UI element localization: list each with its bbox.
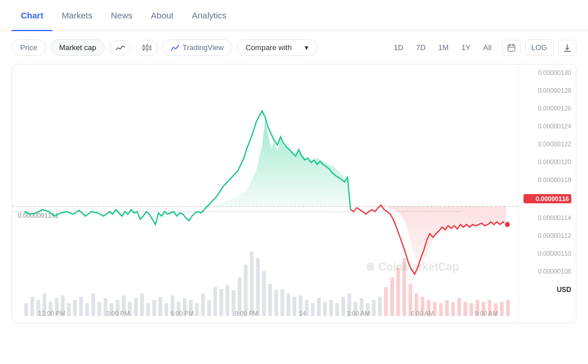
y-label-9: 0.00000112 [523,232,571,239]
chart-main: 0.0000001191 [12,65,518,323]
nav-tabs: Chart Markets News About Analytics [0,0,588,31]
x-label-600: 6:00 PM [170,310,194,317]
svg-rect-77 [396,268,400,316]
time-all[interactable]: All [477,40,497,55]
tab-markets[interactable]: Markets [52,0,101,31]
candle-chart-button[interactable] [136,40,158,56]
market-cap-button[interactable]: Market cap [51,39,105,56]
calendar-icon [507,44,515,52]
svg-rect-52 [244,264,247,316]
tab-news[interactable]: News [102,0,142,31]
svg-point-96 [504,221,511,227]
svg-rect-3 [146,46,148,50]
y-label-6: 0.00000118 [523,176,571,183]
x-label-300: 3:00 PM [106,310,130,317]
y-label-7: 0.00000116 [523,194,571,203]
compare-button[interactable]: Compare with ▾ [237,39,317,56]
compare-label: Compare with [245,43,291,52]
time-1d[interactable]: 1D [388,40,409,55]
chart-svg: ⊛ CoinMarketCap [12,65,518,323]
time-1y[interactable]: 1Y [456,40,476,55]
toolbar: Price Market cap Trading [0,31,588,64]
tab-chart[interactable]: Chart [12,0,52,31]
line-chart-button[interactable] [109,40,131,55]
x-label-1200: 12:00 PM [38,310,65,317]
download-button[interactable] [558,40,576,56]
y-label-4: 0.00000122 [523,141,571,147]
calendar-button[interactable] [502,40,521,56]
x-label-14: 14 [299,310,306,317]
svg-rect-6 [150,47,151,50]
chevron-down-icon: ▾ [305,43,309,52]
svg-rect-0 [143,46,145,50]
time-7d[interactable]: 7D [410,40,431,55]
x-label-900am: 9:00 AM [475,310,498,317]
y-label-11: 0.00000108 [523,268,571,275]
y-axis: 0.00000130 0.00000128 0.00000126 0.00000… [518,65,576,323]
y-label-8: 0.00000114 [523,214,571,221]
x-label-900: 9:00 PM [234,310,258,317]
candle-icon [142,44,151,52]
tradingview-label: TradingView [183,43,224,52]
y-label-0: 0.00000130 [523,69,571,76]
svg-rect-53 [250,252,253,316]
time-period-group: 1D 7D 1M 1Y All [388,40,498,55]
svg-text:⊛ CoinMarketCap: ⊛ CoinMarketCap [366,260,459,274]
line-icon [116,44,125,51]
y-label-10: 0.00000110 [523,250,571,257]
tradingview-button[interactable]: TradingView [162,39,233,56]
tab-about[interactable]: About [142,0,183,31]
y-label-2: 0.00000126 [523,105,571,112]
time-1m[interactable]: 1M [433,40,454,55]
log-button[interactable]: LOG [525,39,553,56]
y-label-3: 0.00000124 [523,123,571,130]
svg-rect-54 [256,258,260,316]
chart-container: 0.0000001191 [12,64,576,323]
tab-analytics[interactable]: Analytics [183,0,236,31]
x-label-300am: 3:00 AM [347,310,370,317]
x-axis: 12:00 PM 3:00 PM 6:00 PM 9:00 PM 14 3:00… [18,310,518,317]
tradingview-icon [171,44,179,52]
download-icon [563,44,571,52]
x-label-600am: 6:00 AM [411,310,434,317]
svg-rect-9 [508,45,515,51]
y-label-5: 0.00000120 [523,158,571,165]
currency-label: USD [523,286,571,294]
y-label-1: 0.00000128 [523,87,571,94]
price-button[interactable]: Price [12,39,46,56]
